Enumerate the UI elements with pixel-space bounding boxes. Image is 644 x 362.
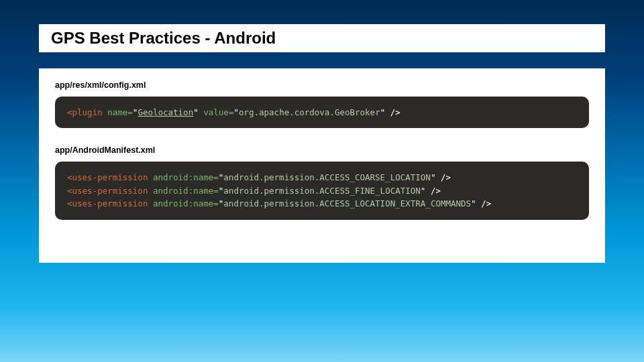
code-line: <uses-permission android:name="android.p… <box>67 197 577 210</box>
slide: GPS Best Practices - Android app/res/xml… <box>0 0 644 362</box>
code-line: <uses-permission android:name="android.p… <box>67 184 577 197</box>
code-line: <uses-permission android:name="android.p… <box>67 171 577 184</box>
code-block-config: <plugin name="Geolocation" value="org.ap… <box>55 97 589 128</box>
code-block-manifest: <uses-permission android:name="android.p… <box>55 162 589 219</box>
code-line: <plugin name="Geolocation" value="org.ap… <box>67 106 577 119</box>
title-bar: GPS Best Practices - Android <box>39 24 605 52</box>
file-label-config: app/res/xml/config.xml <box>55 80 589 90</box>
content-card: app/res/xml/config.xml <plugin name="Geo… <box>39 68 605 263</box>
file-label-manifest: app/AndroidManifest.xml <box>55 145 589 155</box>
slide-title: GPS Best Practices - Android <box>39 29 276 48</box>
